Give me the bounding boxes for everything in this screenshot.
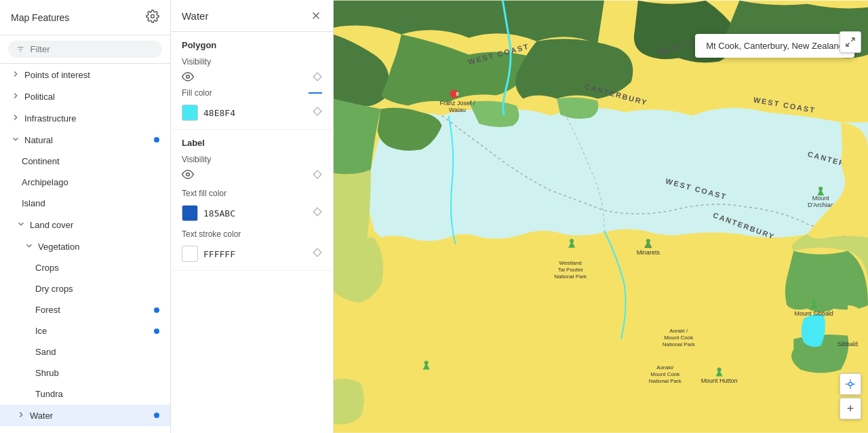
svg-marker-8 xyxy=(313,107,321,115)
sidebar-item-label: Vegetation xyxy=(38,242,159,252)
svg-text:Tai Poutini: Tai Poutini xyxy=(558,267,583,273)
eye-icon[interactable] xyxy=(182,168,194,181)
fill-color-row[interactable]: 48E8F4 xyxy=(182,105,235,121)
sidebar-item-crops[interactable]: Crops xyxy=(0,257,170,278)
sidebar-item-vegetation[interactable]: Vegetation xyxy=(0,236,170,257)
svg-text:Mount Cook: Mount Cook xyxy=(664,335,693,341)
svg-text:Mount Sibbald: Mount Sibbald xyxy=(795,310,833,317)
location-button[interactable] xyxy=(840,373,861,395)
svg-marker-12 xyxy=(313,248,321,257)
filter-input[interactable] xyxy=(31,44,154,54)
sidebar-item-forest[interactable]: Forest xyxy=(0,299,170,320)
sidebar-item-archipelago[interactable]: Archipelago xyxy=(0,172,170,193)
svg-line-53 xyxy=(846,43,850,46)
text-stroke-color-row[interactable]: FFFFFF xyxy=(182,246,235,262)
sidebar-item-shrub[interactable]: Shrub xyxy=(0,362,170,383)
diamond-icon[interactable] xyxy=(313,207,322,216)
polygon-section: Polygon Visibility Fill color xyxy=(171,32,333,130)
label-visibility-label: Visibility xyxy=(182,155,322,164)
sidebar-item-political[interactable]: Political xyxy=(0,86,170,107)
sidebar-item-label: Political xyxy=(24,92,159,102)
text-fill-color-row[interactable]: 185ABC xyxy=(182,205,235,221)
sidebar-item-points-of-interest[interactable]: Points of interest xyxy=(0,64,170,86)
sidebar-item-sand[interactable]: Sand xyxy=(0,341,170,362)
svg-point-49 xyxy=(570,239,574,243)
chevron-down-icon xyxy=(24,241,35,252)
feature-panel: Water Polygon Visibility xyxy=(171,0,334,433)
svg-point-30 xyxy=(646,239,650,243)
filter-input-container xyxy=(8,41,162,58)
sidebar-item-water[interactable]: Water xyxy=(0,404,170,426)
zoom-in-button[interactable]: + xyxy=(840,398,861,419)
svg-point-0 xyxy=(151,15,155,18)
svg-line-52 xyxy=(851,38,854,41)
diamond-icon[interactable] xyxy=(313,72,322,81)
modified-dot xyxy=(154,413,159,418)
fullscreen-button[interactable] xyxy=(840,31,861,53)
text-fill-color-swatch[interactable] xyxy=(182,205,198,221)
svg-marker-11 xyxy=(313,208,321,216)
chevron-right-icon xyxy=(11,113,22,124)
close-button[interactable] xyxy=(310,10,322,22)
svg-text:Mount Hutton: Mount Hutton xyxy=(701,377,738,384)
svg-point-54 xyxy=(848,382,852,385)
sidebar-item-label: Shrub xyxy=(35,368,159,378)
svg-text:Mount Cook: Mount Cook xyxy=(650,371,679,377)
svg-marker-7 xyxy=(313,73,321,81)
polygon-visibility-row xyxy=(182,71,322,83)
label-section: Label Visibility Text fill color 185ABC xyxy=(171,130,333,271)
sidebar-item-continent[interactable]: Continent xyxy=(0,151,170,172)
sidebar-item-background[interactable]: Background xyxy=(0,426,170,433)
filter-bar xyxy=(0,35,170,64)
svg-text:Mount: Mount xyxy=(812,195,829,202)
fill-color-swatch[interactable] xyxy=(182,105,198,121)
text-stroke-color-label: Text stroke color xyxy=(182,229,322,239)
modified-dot xyxy=(154,307,159,313)
svg-point-51 xyxy=(425,360,429,364)
fill-color-label: Fill color xyxy=(182,88,322,98)
sidebar-item-label: Water xyxy=(30,411,159,421)
sidebar-list: Points of interest Political Infrastruct… xyxy=(0,64,170,433)
gear-icon[interactable] xyxy=(146,10,159,25)
text-stroke-color-swatch[interactable] xyxy=(182,246,198,262)
sidebar-item-label: Island xyxy=(22,198,159,208)
text-fill-color-value: 185ABC xyxy=(203,208,235,219)
chevron-down-icon xyxy=(11,134,22,145)
diamond-icon[interactable] xyxy=(313,248,322,257)
chevron-right-icon xyxy=(11,91,22,102)
svg-text:Franz Josef /: Franz Josef / xyxy=(440,100,475,107)
text-stroke-color-value: FFFFFF xyxy=(203,249,235,259)
sidebar-item-land-cover[interactable]: Land cover xyxy=(0,214,170,236)
tooltip-text: Mt Cook, Canterbury, New Zealand xyxy=(706,41,844,51)
sidebar-item-label: Sand xyxy=(35,347,159,357)
svg-text:D'Archiac: D'Archiac xyxy=(808,202,834,208)
modified-dot xyxy=(154,328,159,334)
sidebar-item-label: Crops xyxy=(35,263,159,273)
sidebar-item-dry-crops[interactable]: Dry crops xyxy=(0,278,170,299)
sidebar-item-tundra[interactable]: Tundra xyxy=(0,383,170,404)
sidebar-item-natural[interactable]: Natural xyxy=(0,129,170,151)
polygon-section-title: Polygon xyxy=(182,40,322,50)
svg-text:Westland: Westland xyxy=(559,260,582,266)
location-icon xyxy=(845,379,856,390)
svg-point-46 xyxy=(812,300,816,304)
diamond-icon[interactable] xyxy=(313,107,322,116)
svg-point-39 xyxy=(717,367,722,371)
plus-icon: + xyxy=(847,402,854,416)
svg-point-6 xyxy=(186,75,190,79)
modified-dot xyxy=(154,137,159,143)
sidebar-item-island[interactable]: Island xyxy=(0,193,170,214)
diamond-icon[interactable] xyxy=(313,170,322,179)
sidebar-item-label: Dry crops xyxy=(35,284,159,294)
svg-text:Minarets: Minarets xyxy=(637,249,660,256)
svg-text:Waiau: Waiau xyxy=(449,107,466,113)
visibility-label: Visibility xyxy=(182,57,322,67)
sidebar-item-infrastructure[interactable]: Infrastructure xyxy=(0,107,170,129)
sidebar-header: Map Features xyxy=(0,0,170,35)
eye-icon[interactable] xyxy=(182,71,194,83)
svg-text:Aoraki /: Aoraki / xyxy=(669,328,688,334)
chevron-right-icon xyxy=(16,410,27,421)
map-area[interactable]: zoom: 11 lat: -43.503 lng: 170.306 xyxy=(334,0,868,433)
sidebar-item-ice[interactable]: Ice xyxy=(0,320,170,341)
sidebar-item-label: Land cover xyxy=(30,220,159,230)
